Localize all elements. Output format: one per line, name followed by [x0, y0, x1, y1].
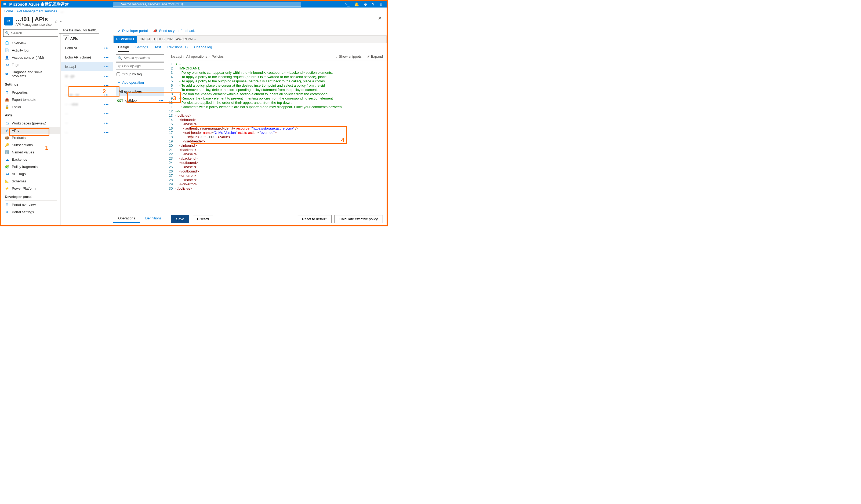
nav-item[interactable]: 📤Export template [1, 96, 60, 103]
nav-icon: ⚙ [5, 90, 9, 95]
breadcrumb-home[interactable]: Home [4, 9, 13, 13]
api-item[interactable]: ···••• [61, 128, 113, 137]
feedback-icon[interactable]: ☺ [379, 2, 383, 6]
tab-test[interactable]: Test [154, 45, 161, 52]
api-item[interactable]: ···••• [61, 118, 113, 128]
nav-item[interactable]: ☁Backends [1, 156, 60, 163]
more-icon[interactable]: ⋯ [60, 19, 64, 23]
add-operation-link[interactable]: ＋ Add operation [116, 78, 164, 87]
breadcrumb-apim[interactable]: API Management services [16, 9, 57, 13]
nav-icon: 🛠 [5, 72, 9, 76]
hamburger-icon[interactable]: ≡ [3, 2, 6, 7]
all-apis-header[interactable]: All APIs [61, 34, 113, 43]
nav-label: Portal settings [12, 210, 34, 214]
nav-search[interactable]: 🔍 [3, 29, 58, 37]
all-operations-item[interactable]: All operations [116, 87, 164, 96]
notifications-icon[interactable]: 🔔 [354, 2, 359, 6]
nav-label: Workspaces (preview) [12, 121, 46, 125]
api-more-icon[interactable]: ••• [104, 46, 109, 50]
api-item[interactable]: Echo API••• [61, 43, 113, 53]
developer-portal-link[interactable]: ↗Developer portal [118, 29, 148, 33]
chevron-right-icon: › [14, 9, 15, 13]
api-more-icon[interactable]: ••• [104, 121, 109, 125]
favorite-icon[interactable]: ☆ [54, 19, 58, 24]
calc-policy-button[interactable]: Calculate effective policy [334, 215, 383, 223]
save-button[interactable]: Save [171, 215, 189, 223]
reset-default-button[interactable]: Reset to default [297, 215, 331, 223]
nav-item[interactable]: ☰Portal overview [1, 201, 60, 208]
api-more-icon[interactable]: ••• [104, 74, 109, 78]
expand-button[interactable]: ⤢ Expand [367, 54, 383, 58]
nav-item[interactable]: 📦Products [1, 134, 60, 141]
nav-item[interactable]: 🔒Locks [1, 103, 60, 111]
api-item[interactable]: lbsaapi••• [61, 62, 113, 71]
nav-icon: ☁ [5, 157, 9, 162]
api-more-icon[interactable]: ••• [104, 112, 109, 116]
api-more-icon[interactable]: ••• [104, 130, 109, 135]
nav-item[interactable]: 🗂Workspaces (preview) [1, 120, 60, 127]
filter-tags-input[interactable] [122, 64, 163, 68]
nav-item[interactable]: 🔑Subscriptions [1, 141, 60, 149]
nav-item[interactable]: 🌐Overview [1, 39, 60, 47]
nav-item[interactable]: 👤Access control (IAM) [1, 54, 60, 61]
tab-operations[interactable]: Operations [113, 214, 140, 223]
search-operations-input[interactable] [124, 56, 164, 60]
api-more-icon[interactable]: ••• [104, 65, 109, 69]
api-more-icon[interactable]: ••• [104, 55, 109, 59]
tab-changelog[interactable]: Change log [194, 45, 212, 52]
nav-label: Overview [12, 41, 26, 45]
api-item[interactable]: Echo API (clone)••• [61, 53, 113, 62]
top-icon-bar: >_ 🔔 ⚙ ? ☺ [345, 2, 383, 6]
operation-item[interactable]: GETgetblob••• [116, 96, 164, 104]
search-operations[interactable]: 🔍 [116, 54, 164, 61]
filter-tags[interactable]: ▽ [116, 62, 164, 69]
nav-label: Activity log [12, 48, 28, 52]
api-more-icon[interactable]: ••• [104, 102, 109, 106]
api-item[interactable]: st···ge••• [61, 71, 113, 81]
help-icon[interactable]: ? [372, 2, 374, 6]
nav-icon: 🏷 [5, 172, 9, 176]
code-area[interactable]: 1234567891011121314151617181920212223242… [167, 61, 387, 213]
api-item[interactable]: ··· ···vice••• [61, 99, 113, 109]
tab-design[interactable]: Design [118, 45, 129, 52]
search-icon: 🔍 [5, 31, 10, 35]
nav-item[interactable]: 🛠Diagnose and solve problems [1, 68, 60, 80]
nav-header-apis: APIs [1, 111, 60, 118]
nav-item[interactable]: 🧩Policy fragments [1, 163, 60, 170]
group-by-tag[interactable]: Group by tag [117, 72, 164, 76]
api-label: lbsaapi [65, 65, 76, 69]
nav-icon: 🗂 [5, 121, 9, 125]
operation-more-icon[interactable]: ••• [159, 98, 163, 102]
nav-item[interactable]: 📄Activity log [1, 47, 60, 54]
top-bar: ≡ Microsoft Azure 由世纪互联运营 >_ 🔔 ⚙ ? ☺ [1, 1, 387, 8]
nav-item[interactable]: 📐Schemas [1, 178, 60, 185]
nav-item[interactable]: ⇄APIs [1, 127, 60, 134]
revision-created[interactable]: CREATED Jun 19, 2023, 4:49:59 PM⌄ [137, 36, 199, 43]
feedback-link[interactable]: 📣Send us your feedback [153, 29, 195, 33]
show-snippets-button[interactable]: ⌄ Show snippets [335, 54, 361, 58]
revision-badge[interactable]: REVISION 1 [113, 36, 137, 43]
global-search-input[interactable] [113, 2, 301, 7]
nav-icon: ☰ [5, 203, 9, 207]
nav-icon: 🔑 [5, 143, 9, 147]
nav-item[interactable]: ⚡Power Platform [1, 185, 60, 192]
tab-definitions[interactable]: Definitions [140, 214, 167, 223]
api-more-icon[interactable]: ••• [104, 83, 109, 87]
nav-item[interactable]: ⚙Properties [1, 89, 60, 96]
nav-item[interactable]: 🏷API Tags [1, 170, 60, 178]
nav-item[interactable]: 🏷Tags [1, 61, 60, 68]
discard-button[interactable]: Discard [192, 215, 214, 223]
api-item[interactable]: ···••• [61, 109, 113, 118]
close-icon[interactable]: ✕ [378, 15, 382, 21]
breadcrumb-instance[interactable]: … [60, 9, 64, 13]
api-label: ··· [65, 83, 68, 87]
annotation-2: 2 [102, 88, 106, 95]
nav-item[interactable]: ⚙Portal settings [1, 208, 60, 216]
tab-settings[interactable]: Settings [135, 45, 148, 52]
cloud-shell-icon[interactable]: >_ [345, 2, 350, 6]
settings-icon[interactable]: ⚙ [364, 2, 367, 6]
group-by-tag-checkbox[interactable] [117, 72, 120, 76]
nav-item[interactable]: 🔢Named values [1, 149, 60, 156]
nav-search-input[interactable] [11, 31, 56, 35]
tab-revisions[interactable]: Revisions (1) [167, 45, 188, 52]
